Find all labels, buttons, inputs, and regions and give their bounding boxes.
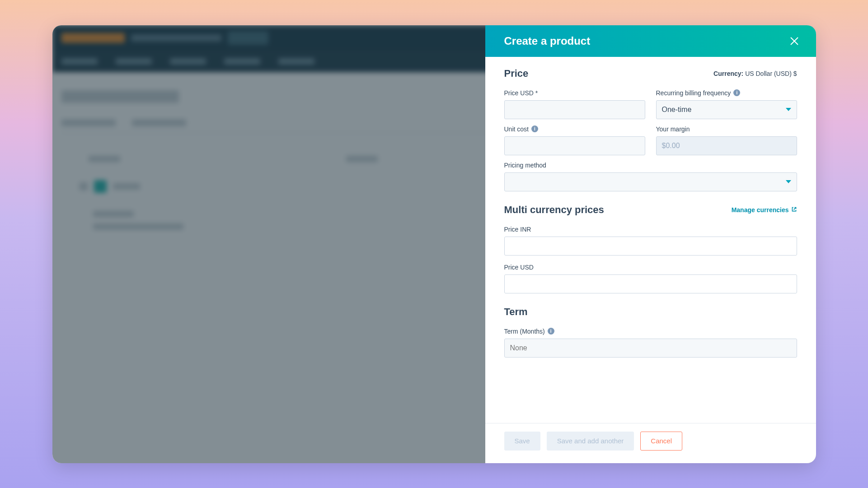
app-window: Create a product Price Currency: US Doll… — [52, 25, 816, 463]
term-months-label: Term (Months) i — [504, 328, 797, 335]
cancel-button[interactable]: Cancel — [640, 432, 682, 451]
multicurrency-title: Multi currency prices — [504, 204, 604, 216]
chevron-down-icon — [786, 108, 791, 111]
margin-output — [656, 136, 797, 155]
term-months-input[interactable] — [504, 339, 797, 358]
currency-prefix: Currency: — [713, 70, 743, 77]
panel-footer: Save Save and add another Cancel — [485, 423, 816, 463]
close-button[interactable] — [787, 34, 802, 48]
billing-frequency-value: One-time — [662, 106, 692, 114]
pricing-method-label: Pricing method — [504, 162, 797, 169]
price-usd-multi-input[interactable] — [504, 274, 797, 293]
currency-value: US Dollar (USD) $ — [745, 70, 797, 77]
panel-body: Price Currency: US Dollar (USD) $ Price … — [485, 57, 816, 423]
close-icon — [789, 36, 800, 46]
term-months-label-text: Term (Months) — [504, 328, 545, 335]
price-section-header: Price Currency: US Dollar (USD) $ — [504, 68, 797, 79]
unit-cost-label: Unit cost i — [504, 125, 645, 133]
panel-header: Create a product — [485, 25, 816, 57]
manage-currencies-text: Manage currencies — [732, 206, 789, 214]
external-link-icon — [791, 206, 797, 214]
info-icon[interactable]: i — [531, 125, 538, 132]
save-button[interactable]: Save — [504, 432, 540, 451]
price-inr-label: Price INR — [504, 226, 797, 233]
page-background: Create a product Price Currency: US Doll… — [0, 0, 868, 488]
price-usd-label: Price USD * — [504, 89, 645, 97]
term-section-header: Term — [504, 306, 797, 318]
price-usd-input[interactable] — [504, 100, 645, 119]
info-icon[interactable]: i — [733, 89, 740, 96]
currency-display: Currency: US Dollar (USD) $ — [713, 70, 797, 77]
panel-title: Create a product — [504, 35, 591, 47]
margin-label: Your margin — [656, 125, 797, 133]
manage-currencies-link[interactable]: Manage currencies — [732, 206, 797, 214]
term-title: Term — [504, 306, 528, 318]
info-icon[interactable]: i — [548, 328, 554, 335]
multicurrency-section-header: Multi currency prices Manage currencies — [504, 204, 797, 216]
price-usd-multi-label: Price USD — [504, 264, 797, 271]
unit-cost-label-text: Unit cost — [504, 125, 529, 133]
chevron-down-icon — [786, 180, 791, 183]
price-inr-input[interactable] — [504, 237, 797, 256]
pricing-method-select[interactable] — [504, 172, 797, 191]
price-section-title: Price — [504, 68, 529, 79]
save-and-add-another-button[interactable]: Save and add another — [547, 432, 634, 451]
billing-frequency-label-text: Recurring billing frequency — [656, 89, 731, 97]
billing-frequency-select[interactable]: One-time — [656, 100, 797, 119]
unit-cost-input[interactable] — [504, 136, 645, 155]
billing-frequency-label: Recurring billing frequency i — [656, 89, 797, 97]
create-product-panel: Create a product Price Currency: US Doll… — [485, 25, 816, 463]
